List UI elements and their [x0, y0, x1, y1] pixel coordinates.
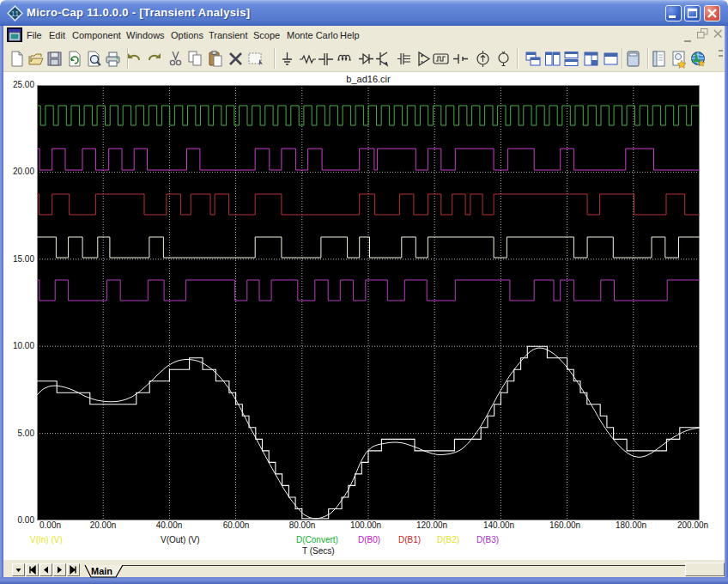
- svg-text:11: 11: [11, 9, 19, 18]
